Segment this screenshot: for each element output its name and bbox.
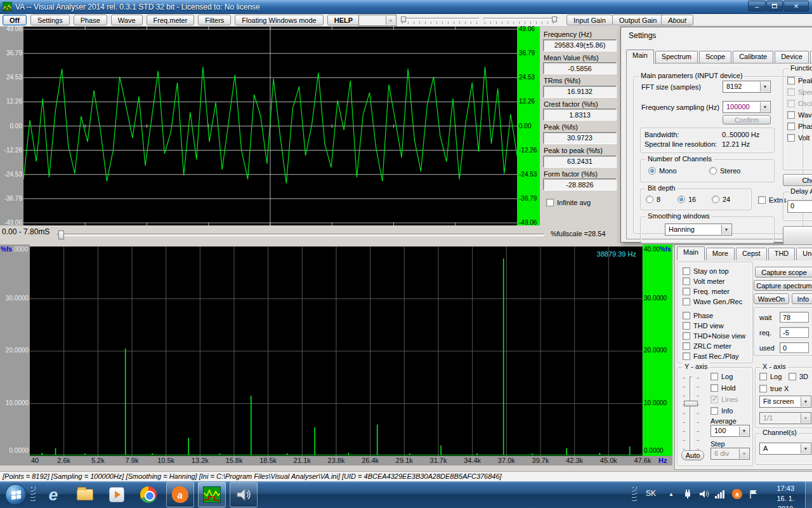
panel-checkbox-wave-gen-rec[interactable]: Wave Gen./Rec [683, 298, 742, 305]
average-dropdown[interactable]: 100▼ [710, 425, 750, 437]
toolbar-button-off[interactable]: Off [3, 15, 27, 25]
scrollbar-thumb[interactable] [58, 231, 64, 239]
toolbar-button-wave[interactable]: Wave [111, 15, 143, 25]
wave-on-button[interactable]: WaveOn [754, 293, 789, 304]
internet-explorer-icon[interactable]: e [39, 482, 67, 507]
language-indicator[interactable]: SK [646, 489, 656, 498]
minimize-button[interactable]: – [748, 1, 766, 11]
visual-analyser-taskbar-button[interactable] [198, 482, 226, 507]
x-3d-checkbox[interactable]: 3D [789, 373, 808, 380]
function-checkbox-spect[interactable]: Spect [787, 88, 812, 96]
clock[interactable]: 17:43 16. 1. 2019 [776, 483, 794, 508]
auto-button[interactable]: Auto [681, 450, 704, 460]
slider-thumb[interactable] [401, 17, 406, 22]
volume-mixer-taskbar-button[interactable] [230, 482, 258, 507]
scope-scrollbar[interactable] [57, 231, 544, 239]
delay-input[interactable]: 0 [787, 200, 812, 213]
panel-checkbox-stay-on-top[interactable]: Stay on top [683, 267, 729, 275]
about-button[interactable]: About [661, 15, 693, 25]
toolbar-button-floating-windows-mode[interactable]: Floating Windows mode [235, 15, 323, 25]
settings-tab-device[interactable]: Device [775, 51, 809, 64]
panel-checkbox-volt-meter[interactable]: Volt meter [683, 277, 725, 285]
counter-value-req[interactable]: -5 [780, 327, 809, 338]
ratio-dropdown[interactable]: 1/1▼ [759, 412, 811, 424]
panel-checkbox-fast-rec-play[interactable]: Fast Rec./Play [683, 352, 739, 360]
scope-plot[interactable] [23, 27, 517, 225]
infinite-avg-checkbox[interactable]: Infinite avg [546, 199, 591, 206]
fft-size-dropdown[interactable]: 8192▼ [723, 81, 771, 93]
panel-checkbox-phase[interactable]: Phase [683, 312, 713, 319]
stereo-radio[interactable]: Stereo [709, 167, 740, 175]
check-button[interactable]: Check [783, 174, 812, 186]
counter-value-used[interactable]: 0 [780, 342, 809, 353]
capture-spectrum-button[interactable]: Capture spectrum [754, 280, 812, 291]
start-button[interactable] [5, 484, 27, 505]
function-checkbox-peak[interactable]: Peak [787, 77, 812, 84]
panel-tab-cepst[interactable]: Cepst [736, 248, 767, 260]
y-axis-checkbox-log[interactable]: Log [710, 373, 733, 380]
toolbar-dropdown[interactable]: ▼ [358, 15, 396, 26]
bits-16-radio[interactable]: 16 [678, 196, 696, 203]
fit-screen-dropdown[interactable]: Fit screen▼ [759, 396, 811, 408]
toolbar-button-filters[interactable]: Filters [198, 15, 231, 25]
panel-checkbox-freq-meter[interactable]: Freq. meter [683, 288, 730, 295]
settings-tab-spectrum[interactable]: Spectrum [655, 51, 698, 64]
info-button[interactable]: Info [792, 293, 812, 304]
capture-scope-button[interactable]: Capture scope [755, 267, 812, 277]
y-axis-checkbox-info[interactable]: Info [710, 407, 733, 415]
avast-taskbar-button[interactable]: a [166, 482, 194, 507]
bits-8-radio[interactable]: 8 [646, 196, 660, 203]
mono-radio[interactable]: Mono [648, 167, 677, 175]
show-desktop-button[interactable] [805, 481, 812, 508]
panel-tab-uncert[interactable]: Uncert [796, 248, 812, 260]
panel-checkbox-thd-view[interactable]: THD view [683, 322, 724, 330]
chrome-icon[interactable] [134, 482, 162, 507]
x-log-checkbox[interactable]: Log [759, 373, 782, 380]
settings-cropped-button-1[interactable] [783, 226, 812, 245]
panel-checkbox-zrlc-meter[interactable]: ZRLC meter [683, 342, 731, 350]
close-button[interactable]: × [783, 1, 809, 11]
spectrum-plot[interactable]: 38879.39 Hz [30, 246, 643, 456]
sampling-rate-dropdown[interactable]: 100000▼ [723, 101, 771, 113]
input-gain-slider[interactable] [401, 17, 480, 25]
settings-tab-main[interactable]: Main [626, 50, 654, 64]
toolbar-button-freq-meter[interactable]: Freq.meter [147, 15, 195, 25]
confirm-button[interactable]: Confirm [723, 115, 771, 124]
panel-tab-more[interactable]: More [706, 248, 735, 260]
panel-tab-thd[interactable]: THD [768, 248, 796, 260]
media-player-icon[interactable] [103, 482, 131, 507]
file-explorer-icon[interactable] [71, 482, 99, 507]
y-axis-checkbox-lines[interactable]: Lines [710, 396, 738, 403]
volume-icon[interactable] [699, 489, 709, 499]
y-axis-checkbox-hold[interactable]: Hold [710, 384, 736, 392]
panel-tab-main[interactable]: Main [677, 246, 705, 260]
output-gain-slider[interactable] [483, 17, 558, 25]
bits-24-radio[interactable]: 24 [712, 196, 730, 203]
maximize-button[interactable] [766, 1, 783, 11]
power-plug-icon[interactable] [683, 489, 693, 499]
slider-thumb[interactable] [552, 17, 557, 22]
avast-tray-icon[interactable]: a [732, 489, 742, 499]
function-checkbox-phase[interactable]: Phase [787, 123, 812, 130]
function-checkbox-wave[interactable]: Wave [787, 111, 812, 119]
flag-icon[interactable] [749, 489, 759, 499]
input-gain-button[interactable]: Input Gain [566, 15, 613, 25]
hidden-icons-button[interactable]: ▲ [669, 491, 674, 497]
channel-dropdown[interactable]: A▼ [759, 443, 811, 455]
y-scale-slider[interactable] [683, 377, 699, 453]
smoothing-dropdown[interactable]: Hanning▼ [665, 224, 732, 236]
function-checkbox-oscill[interactable]: Oscill [787, 100, 812, 107]
output-gain-button[interactable]: Output Gain [612, 15, 664, 25]
counter-value-wait[interactable]: 78 [780, 312, 809, 323]
true-x-checkbox[interactable]: true X [759, 385, 789, 392]
toolbar-button-settings[interactable]: Settings [30, 15, 70, 25]
toolbar-button-help[interactable]: HELP [327, 15, 360, 25]
step-dropdown[interactable]: 6 div▼ [710, 448, 750, 460]
toolbar-button-phase[interactable]: Phase [74, 15, 107, 25]
network-signal-icon[interactable] [714, 489, 726, 499]
extns-checkbox[interactable]: Extns [758, 196, 787, 204]
settings-tab-scope[interactable]: Scope [699, 51, 731, 64]
slider-thumb[interactable] [684, 401, 698, 406]
panel-checkbox-thd-noise-view[interactable]: THD+Noise view [683, 332, 745, 340]
function-checkbox-volt[interactable]: Volt [787, 134, 809, 142]
